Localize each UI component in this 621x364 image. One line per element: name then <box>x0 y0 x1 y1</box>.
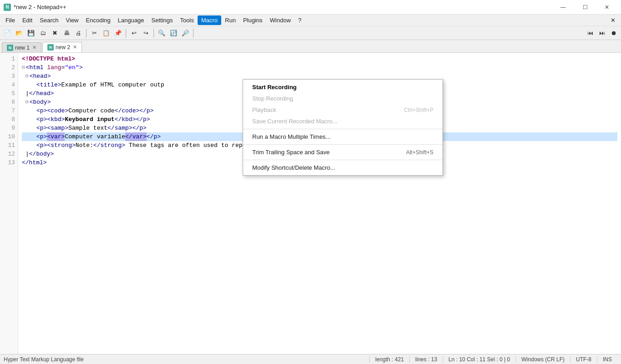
close-button[interactable]: ✕ <box>596 0 617 15</box>
menu-encoding[interactable]: Encoding <box>82 15 114 25</box>
menu-settings[interactable]: Settings <box>148 15 177 25</box>
tab-new2-close[interactable]: ✕ <box>72 44 78 51</box>
menu-close-doc[interactable]: ✕ <box>607 15 619 25</box>
line-num-3: 3 <box>0 72 15 81</box>
macro-start-recording[interactable]: Start Recording <box>243 81 443 93</box>
macro-modify-shortcut[interactable]: Modify Shortcut/Delete Macro... <box>243 162 443 173</box>
tb-cut[interactable]: ✂ <box>89 28 100 39</box>
tb-find[interactable]: 🔍 <box>156 28 167 39</box>
app-icon: N <box>4 4 11 11</box>
macro-run-multiple[interactable]: Run a Macro Multiple Times... <box>243 131 443 142</box>
status-sections: length : 421 lines : 13 Ln : 10 Col : 11… <box>369 356 617 363</box>
macro-save-current: Save Current Recorded Macro... <box>243 116 443 127</box>
menu-language[interactable]: Language <box>114 15 148 25</box>
status-mode: INS <box>597 356 617 363</box>
menu-bar: File Edit Search View Encoding Language … <box>0 15 621 26</box>
fold-2[interactable]: ⊟ <box>22 63 25 72</box>
title-bar: N *new 2 - Notepad++ — ☐ ✕ <box>0 0 621 15</box>
tab-new2-icon: N <box>47 44 54 51</box>
tb-undo[interactable]: ↩ <box>128 28 139 39</box>
status-position: Ln : 10 Col : 11 Sel : 0 | 0 <box>443 356 515 363</box>
menu-file[interactable]: File <box>2 15 19 25</box>
status-file-type: Hyper Text Markup Language file <box>4 356 369 363</box>
tb-print[interactable]: 🖨 <box>73 28 84 39</box>
line-num-5: 5 <box>0 89 15 98</box>
tb-macro-prev[interactable]: ⏮ <box>585 28 596 39</box>
tb-macro-record[interactable]: ⏺ <box>608 28 619 39</box>
tb-close[interactable]: ✖ <box>49 28 60 39</box>
tabs-bar: N new 1 ✕ N new 2 ✕ <box>0 40 621 53</box>
line-num-7: 7 <box>0 106 15 115</box>
status-length: length : 421 <box>369 356 409 363</box>
tb-copy[interactable]: 📋 <box>101 28 112 39</box>
line-num-1: 1 <box>0 55 15 63</box>
tab-new2[interactable]: N new 2 ✕ <box>42 42 82 52</box>
line-num-9: 9 <box>0 124 15 132</box>
window-title: *new 2 - Notepad++ <box>14 4 66 10</box>
toolbar-separator-4 <box>193 29 193 38</box>
line-numbers: 1 2 3 4 5 6 7 8 9 10 11 12 13 <box>0 53 18 354</box>
menu-window[interactable]: Window <box>266 15 295 25</box>
toolbar-separator-1 <box>86 29 87 38</box>
tb-save-all[interactable]: 🗂 <box>37 28 48 39</box>
menu-help[interactable]: ? <box>295 15 305 25</box>
menu-plugins[interactable]: Plugins <box>239 15 266 25</box>
toolbar: 📄 📂 💾 🗂 ✖ 🖶 🖨 ✂ 📋 📌 ↩ ↪ 🔍 🔃 🔎 ⏮ ⏭ ⏺ <box>0 26 621 40</box>
tb-paste[interactable]: 📌 <box>112 28 123 39</box>
code-line-1: <!DOCTYPE html> <box>22 55 617 63</box>
tb-redo[interactable]: ↪ <box>140 28 151 39</box>
dropdown-sep-2 <box>243 144 443 145</box>
tab-new1-label: new 1 <box>15 45 30 51</box>
fold-6[interactable]: ⊟ <box>25 98 29 106</box>
menu-tools[interactable]: Tools <box>177 15 198 25</box>
dropdown-sep-3 <box>243 160 443 160</box>
maximize-button[interactable]: ☐ <box>575 0 596 15</box>
line-num-4: 4 <box>0 81 15 89</box>
tb-new[interactable]: 📄 <box>2 28 13 39</box>
tab-new1[interactable]: N new 1 ✕ <box>2 42 41 52</box>
line-num-11: 11 <box>0 141 15 150</box>
status-lines: lines : 13 <box>409 356 443 363</box>
status-line-ending: Windows (CR LF) <box>515 356 570 363</box>
line-num-6: 6 <box>0 98 15 106</box>
menu-run[interactable]: Run <box>221 15 239 25</box>
status-encoding: UTF-8 <box>570 356 597 363</box>
editor-area: 1 2 3 4 5 6 7 8 9 10 11 12 13 <!DOCTYPE … <box>0 53 621 354</box>
menu-search[interactable]: Search <box>36 15 62 25</box>
line-num-12: 12 <box>0 150 15 158</box>
tb-print-preview[interactable]: 🖶 <box>61 28 72 39</box>
tb-zoom[interactable]: 🔎 <box>180 28 191 39</box>
macro-dropdown: Start Recording Stop Recording Playback … <box>243 79 443 176</box>
toolbar-separator-3 <box>153 29 154 38</box>
tab-new1-icon: N <box>7 45 13 51</box>
minimize-button[interactable]: — <box>553 0 574 15</box>
line-num-2: 2 <box>0 63 15 72</box>
menu-edit[interactable]: Edit <box>19 15 36 25</box>
line-num-13: 13 <box>0 158 15 167</box>
tab-new2-label: new 2 <box>56 44 70 51</box>
macro-playback: Playback Ctrl+Shift+P <box>243 104 443 116</box>
tb-save[interactable]: 💾 <box>25 28 36 39</box>
toolbar-separator-2 <box>126 29 126 38</box>
status-bar: Hyper Text Markup Language file length :… <box>0 354 621 364</box>
fold-3[interactable]: ⊟ <box>25 72 29 81</box>
menu-macro[interactable]: Macro <box>198 15 221 25</box>
macro-trim-trailing[interactable]: Trim Trailing Space and Save Alt+Shift+S <box>243 147 443 158</box>
tab-new1-close[interactable]: ✕ <box>31 44 37 51</box>
macro-stop-recording: Stop Recording <box>243 93 443 104</box>
tb-macro-next[interactable]: ⏭ <box>596 28 607 39</box>
dropdown-sep-1 <box>243 129 443 129</box>
tb-find-replace[interactable]: 🔃 <box>168 28 179 39</box>
code-line-2: ⊟<html lang="en"> <box>22 63 617 72</box>
line-num-8: 8 <box>0 115 15 124</box>
tb-open[interactable]: 📂 <box>14 28 25 39</box>
menu-view[interactable]: View <box>62 15 82 25</box>
line-num-10: 10 <box>0 132 15 141</box>
